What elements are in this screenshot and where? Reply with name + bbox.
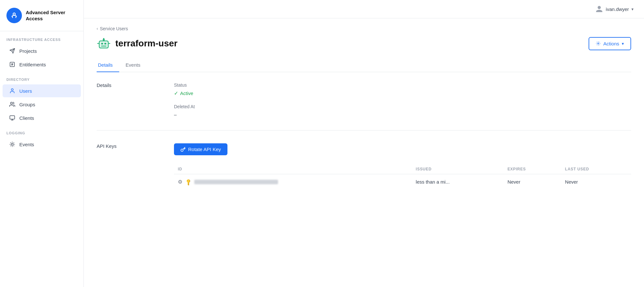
- breadcrumb-label: Service Users: [100, 26, 128, 31]
- rotate-api-key-label: Rotate API Key: [188, 147, 221, 152]
- row-gear-icon[interactable]: ⚙: [178, 179, 182, 185]
- sidebar-item-clients[interactable]: Clients: [3, 111, 81, 124]
- gear-icon: [596, 41, 601, 46]
- svg-point-12: [11, 143, 13, 145]
- api-keys-content: Rotate API Key ID ISSUED EXPIRES LAST US…: [174, 143, 631, 189]
- events-icon: [9, 141, 15, 148]
- logo-icon: [6, 8, 22, 23]
- page-header: terraform-user Actions ▾: [97, 36, 631, 51]
- details-section: Details Status ✓ Active Deleted At –: [97, 82, 631, 130]
- svg-rect-13: [99, 41, 108, 48]
- sidebar-item-users[interactable]: Users: [3, 84, 81, 97]
- actions-button[interactable]: Actions ▾: [589, 37, 631, 50]
- svg-point-21: [598, 43, 599, 44]
- status-value: Active: [180, 91, 193, 96]
- table-header-issued: ISSUED: [412, 164, 504, 174]
- sidebar: Advanced Server Access INFRASTRUCTURE AC…: [0, 0, 84, 287]
- sidebar-item-clients-label: Clients: [19, 115, 34, 121]
- api-key-last-used: Never: [561, 174, 631, 190]
- user-chevron: ▾: [631, 7, 634, 12]
- rotate-api-key-button[interactable]: Rotate API Key: [174, 143, 227, 155]
- app-name: Advanced Server Access: [26, 9, 77, 22]
- details-section-content: Status ✓ Active Deleted At –: [174, 82, 631, 117]
- table-header-expires: EXPIRES: [504, 164, 561, 174]
- page-content: ‹ Service Users terraform-user: [84, 18, 644, 287]
- main-content: ivan.dwyer ▾ ‹ Service Users: [84, 0, 644, 287]
- actions-chevron-icon: ▾: [622, 41, 624, 46]
- page-title-area: terraform-user: [97, 36, 178, 51]
- sidebar-item-events-label: Events: [19, 142, 34, 147]
- sidebar-item-events[interactable]: Events: [3, 138, 81, 151]
- api-key-id-cell: ⚙ 🔑: [174, 174, 412, 190]
- user-avatar-icon: [595, 5, 603, 13]
- tab-details-label: Details: [98, 62, 113, 68]
- app-logo-area: Advanced Server Access: [0, 0, 83, 31]
- api-key-issued: less than a mi...: [412, 174, 504, 190]
- section-label-logging: LOGGING: [0, 125, 83, 138]
- breadcrumb-chevron-icon: ‹: [97, 26, 98, 31]
- api-key-expires: Never: [504, 174, 561, 190]
- sidebar-item-entitlements-label: Entitlements: [19, 62, 46, 67]
- sidebar-item-groups[interactable]: Groups: [3, 98, 81, 111]
- status-field-label: Status: [174, 82, 631, 88]
- user-menu[interactable]: ivan.dwyer ▾: [595, 5, 634, 13]
- api-key-blurred-value: [194, 180, 278, 184]
- clients-icon: [9, 115, 15, 121]
- sidebar-item-projects-label: Projects: [19, 48, 37, 54]
- key-icon: [180, 147, 186, 152]
- row-key-icon: 🔑: [185, 178, 192, 186]
- svg-point-8: [11, 102, 13, 104]
- tab-events[interactable]: Events: [124, 58, 147, 72]
- tabs: Details Events: [97, 58, 631, 72]
- breadcrumb[interactable]: ‹ Service Users: [97, 26, 631, 31]
- sidebar-item-projects[interactable]: Projects: [3, 44, 81, 57]
- deleted-at-field-label: Deleted At: [174, 104, 631, 109]
- page-title: terraform-user: [115, 38, 178, 49]
- section-label-directory: DIRECTORY: [0, 71, 83, 84]
- groups-icon: [9, 101, 15, 108]
- check-icon: ✓: [174, 90, 178, 96]
- api-id-cell: ⚙ 🔑: [178, 179, 408, 185]
- table-header-last-used: LAST USED: [561, 164, 631, 174]
- sidebar-item-entitlements[interactable]: Entitlements: [3, 58, 81, 71]
- actions-button-label: Actions: [603, 41, 619, 46]
- section-label-infrastructure: INFRASTRUCTURE ACCESS: [0, 31, 83, 44]
- svg-point-18: [103, 38, 104, 39]
- table-header-row: ID ISSUED EXPIRES LAST USED: [174, 164, 631, 174]
- svg-point-7: [11, 89, 13, 91]
- details-section-label: Details: [97, 82, 155, 117]
- api-keys-section: API Keys Rotate API Key ID ISSUED EXPIRE…: [97, 143, 631, 189]
- status-active: ✓ Active: [174, 90, 631, 96]
- robot-icon: [97, 36, 111, 51]
- entitlements-icon: [9, 61, 15, 68]
- svg-rect-9: [10, 116, 15, 119]
- table-header-id: ID: [174, 164, 412, 174]
- deleted-at-value: –: [174, 112, 631, 117]
- table-row: ⚙ 🔑 less than a mi... Never Never: [174, 174, 631, 190]
- svg-rect-16: [104, 43, 106, 44]
- sidebar-item-groups-label: Groups: [19, 102, 35, 107]
- user-icon: [9, 88, 15, 94]
- tab-events-label: Events: [126, 62, 140, 68]
- paper-plane-icon: [9, 48, 15, 54]
- sidebar-item-users-label: Users: [19, 88, 32, 94]
- username: ivan.dwyer: [606, 6, 629, 12]
- api-keys-section-label: API Keys: [97, 143, 155, 189]
- svg-rect-15: [101, 43, 103, 44]
- api-keys-table: ID ISSUED EXPIRES LAST USED ⚙ 🔑: [174, 164, 631, 189]
- tab-details[interactable]: Details: [97, 58, 119, 72]
- top-bar: ivan.dwyer ▾: [84, 0, 644, 18]
